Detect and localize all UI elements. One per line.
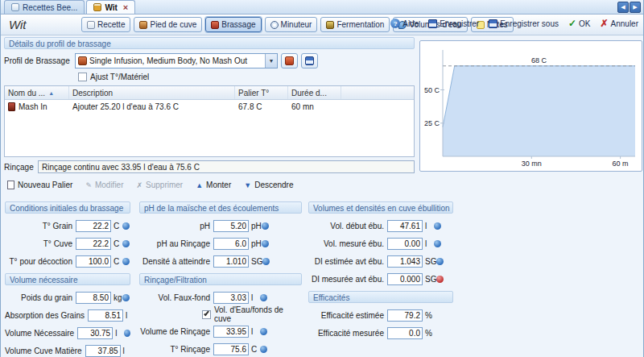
rincage-summary-input[interactable]	[38, 160, 415, 173]
annuler-button[interactable]: ✗ Annuler	[600, 19, 638, 28]
close-tab-icon[interactable]: ×	[123, 2, 128, 12]
step-name-cell: Mash In	[5, 102, 69, 111]
beer-recipe-icon	[93, 3, 101, 11]
field-label: T° Rinçage	[139, 345, 213, 354]
info-dot	[260, 328, 267, 335]
vol-eau-fonds-checkbox[interactable]	[202, 310, 211, 319]
field-di-estimee: DI estimée avt ébu. SG	[308, 252, 453, 270]
save-profile-button[interactable]	[301, 53, 318, 68]
x-tick-label: 30 mn	[522, 160, 542, 168]
field-unit: l	[123, 311, 134, 320]
field-unit: l	[249, 327, 260, 336]
pied-de-cuve-button-label: Pied de cuve	[150, 20, 196, 29]
minuteur-button[interactable]: Minuteur	[265, 17, 318, 32]
vol-mesure-ebu-input[interactable]	[387, 238, 423, 250]
sort-asc-icon: ▲	[48, 90, 54, 96]
tab-wit[interactable]: Wit ×	[86, 0, 135, 14]
absorption-grains-input[interactable]	[88, 309, 123, 322]
vol-debut-ebu-input[interactable]	[387, 220, 423, 232]
ph-column: pH de la maïsche et des écoulements pH p…	[139, 201, 302, 357]
ph-input[interactable]	[213, 220, 249, 232]
tab-recettes[interactable]: Recettes Bee...	[4, 0, 85, 14]
aide-button[interactable]: ? Aide	[390, 19, 419, 28]
col-description-header[interactable]: Description	[69, 86, 235, 99]
mash-profile-value: Single Infusion, Medium Body, No Mash Ou…	[89, 56, 265, 65]
ok-button[interactable]: ✓ OK	[568, 19, 591, 28]
app-window: Recettes Bee... Wit × ◀ ▶ Wit Recette Pi…	[0, 0, 644, 357]
field-unit: l	[113, 329, 124, 338]
field-label: Densité à atteindre	[139, 257, 213, 266]
field-unit: l	[121, 347, 132, 355]
field-label: Vol. début ébu.	[308, 222, 387, 230]
field-t-decoction: T° pour décoction C	[5, 252, 130, 270]
rincage-label: Rinçage	[4, 163, 35, 172]
poids-grain-input[interactable]	[76, 292, 111, 304]
tab-recettes-label: Recettes Bee...	[23, 3, 77, 12]
volume-necessaire-input[interactable]	[77, 327, 113, 339]
field-label: T° pour décoction	[5, 257, 76, 266]
supprimer-button[interactable]: ✗ Supprimer	[137, 181, 184, 189]
table-row[interactable]: Mash In Ajouter 25.20 l d'eau à 73.6 C 6…	[5, 100, 414, 114]
descendre-button[interactable]: ▼ Descendre	[244, 181, 293, 189]
fermentation-icon	[326, 21, 334, 29]
recipes-list-icon	[11, 3, 19, 11]
pied-de-cuve-icon	[139, 21, 147, 29]
di-estimee-input[interactable]	[387, 255, 423, 268]
col-name-header[interactable]: Nom du ... ▲	[5, 86, 69, 99]
enregistrer-button[interactable]: Enregistrer	[428, 19, 479, 28]
densite-atteindre-input[interactable]	[213, 255, 249, 268]
field-unit: pH	[249, 239, 262, 248]
field-poids-grain: Poids du grain kg	[5, 289, 130, 306]
brassage-icon	[211, 21, 219, 29]
edit-profile-button[interactable]	[281, 53, 298, 68]
recette-icon	[87, 21, 95, 29]
enregistrer-button-label: Enregistrer	[440, 19, 479, 28]
ebullition-section-header: Volumes et densités en cuve ébullition	[308, 201, 453, 214]
pied-de-cuve-button[interactable]: Pied de cuve	[134, 17, 202, 32]
profile-section-header: Détails du profil de brassage	[4, 37, 415, 49]
field-efficacite-estimee: Efficacité estimée %	[308, 306, 453, 324]
field-t-grain: T° Grain C	[5, 217, 130, 235]
modifier-label: Modifier	[95, 181, 124, 189]
nouveau-palier-button[interactable]: Nouveau Palier	[7, 181, 72, 189]
ok-check-icon: ✓	[568, 19, 576, 28]
supprimer-label: Supprimer	[146, 181, 183, 189]
field-volume-cuve-matiere: Volume Cuve Matière l	[5, 342, 130, 357]
field-ph-rincage: pH au Rinçage pH	[139, 235, 302, 252]
efficacite-estimee-input[interactable]	[387, 309, 423, 322]
brassage-button[interactable]: Brassage	[205, 17, 261, 32]
field-label: Absorption des Grains	[5, 311, 88, 320]
save-icon	[428, 19, 437, 28]
t-decoction-input[interactable]	[76, 255, 111, 268]
volume-cuve-matiere-input[interactable]	[85, 345, 121, 357]
efficacite-mesuree-input[interactable]	[387, 327, 423, 339]
fermentation-button[interactable]: Fermentation	[320, 17, 390, 32]
tab-wit-label: Wit	[105, 3, 117, 12]
t-grain-input[interactable]	[76, 220, 111, 232]
mash-profile-select[interactable]: Single Infusion, Medium Body, No Mash Ou…	[75, 53, 278, 68]
adjust-temp-checkbox[interactable]	[78, 73, 87, 81]
field-absorption-grains: Absorption des Grains l	[5, 306, 130, 324]
col-palier-header[interactable]: Palier T°	[235, 86, 288, 99]
monter-button[interactable]: ▲ Monter	[196, 181, 231, 189]
t-rincage-input[interactable]	[213, 343, 249, 355]
vol-faux-fond-input[interactable]	[213, 292, 249, 304]
modifier-button[interactable]: ✎ Modifier	[85, 181, 123, 189]
nouveau-palier-label: Nouveau Palier	[18, 181, 72, 189]
field-unit: l	[423, 222, 434, 230]
scroll-tabs-right-icon[interactable]: ▶	[630, 2, 641, 13]
ph-rincage-input[interactable]	[213, 238, 249, 250]
col-duree-header[interactable]: Durée d...	[288, 86, 341, 99]
di-mesuree-input[interactable]	[387, 273, 423, 285]
volume-rincage-input[interactable]	[213, 326, 249, 338]
recette-button[interactable]: Recette	[81, 17, 130, 32]
enregistrer-sous-button[interactable]: Enregistrer sous	[489, 19, 559, 28]
field-ph: pH pH	[139, 217, 302, 235]
field-label: T° Grain	[5, 222, 76, 230]
col-description-label: Description	[72, 89, 113, 98]
t-cuve-input[interactable]	[76, 238, 111, 250]
col-palier-label: Palier T°	[238, 89, 269, 98]
field-unit: C	[111, 257, 122, 266]
scroll-tabs-left-icon[interactable]: ◀	[617, 2, 629, 13]
step-temp-cell: 67.8 C	[235, 102, 288, 111]
